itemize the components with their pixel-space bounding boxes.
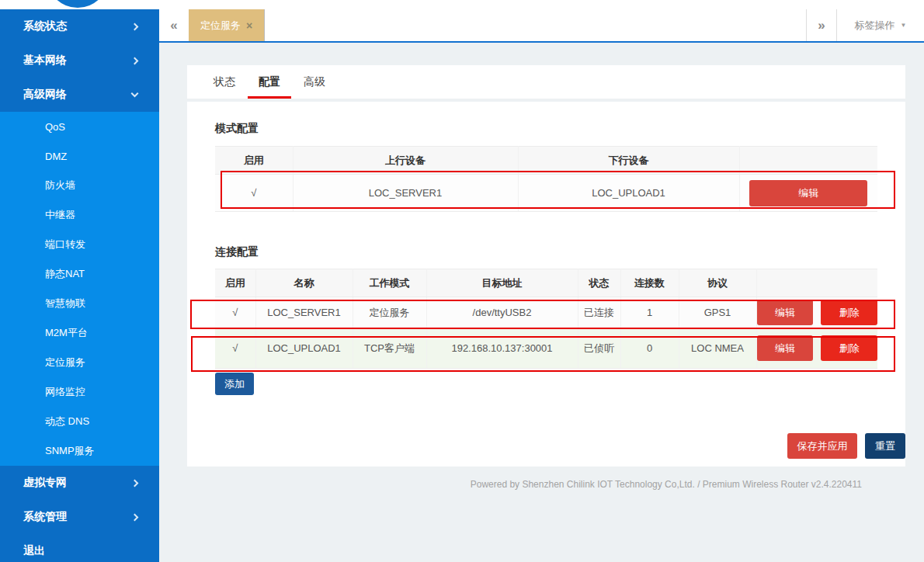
sidebar-item-location-service[interactable]: 定位服务 — [0, 348, 159, 377]
save-and-apply-button[interactable]: 保存并应用 — [787, 433, 857, 459]
sidebar-item-label: 系统管理 — [23, 510, 67, 524]
tab-status[interactable]: 状态 — [207, 65, 241, 99]
page: { "sidebar": { "items": [ { "label": "系统… — [0, 0, 924, 562]
chevron-down-icon: ▼ — [901, 22, 907, 29]
chevron-right-icon — [131, 513, 139, 521]
sidebar-item-advanced-network[interactable]: 高级网络 — [0, 78, 159, 112]
cell-downstream-device: LOC_UPLOAD1 — [518, 175, 739, 212]
sidebar-item-firewall[interactable]: 防火墙 — [0, 171, 159, 200]
cell-name: LOC_UPLOAD1 — [255, 328, 353, 369]
cell-enabled-check: √ — [215, 328, 255, 369]
mode-config-title: 模式配置 — [215, 120, 877, 136]
sidebar-item-label: 高级网络 — [23, 88, 67, 102]
table-row: √ LOC_UPLOAD1 TCP客户端 192.168.10.137:3000… — [215, 328, 877, 369]
top-strip — [0, 0, 924, 9]
sidebar-item-label: 系统状态 — [23, 19, 67, 33]
sidebar-item-label: 退出 — [23, 544, 45, 558]
scroll-tabs-left-button[interactable]: « — [159, 9, 189, 41]
cell-target-address: 192.168.10.137:30001 — [426, 328, 578, 369]
page-tabs: 状态 配置 高级 — [187, 65, 905, 99]
tab-advanced[interactable]: 高级 — [297, 65, 332, 99]
delete-connection-button[interactable]: 删除 — [821, 335, 877, 361]
header-name: 名称 — [255, 269, 353, 297]
sidebar-item-m2m-platform[interactable]: M2M平台 — [0, 318, 159, 348]
sidebar-item-vpn[interactable]: 虚拟专网 — [0, 466, 159, 500]
header-protocol: 协议 — [679, 269, 756, 297]
delete-connection-button[interactable]: 删除 — [821, 300, 877, 325]
reset-button[interactable]: 重置 — [865, 433, 905, 459]
chevron-right-icon — [131, 57, 139, 64]
close-tab-icon[interactable]: × — [246, 19, 252, 32]
cell-protocol: GPS1 — [679, 297, 756, 328]
tab-operations-label: 标签操作 — [855, 19, 895, 33]
header-enable: 启用 — [215, 269, 255, 297]
header-actions — [756, 269, 877, 297]
cell-status: 已侦听 — [578, 328, 620, 369]
double-left-arrow-icon: « — [170, 18, 177, 33]
mode-config-table: 启用 上行设备 下行设备 √ LOC_SERVER1 LOC_UPLOAD1 编… — [215, 146, 877, 212]
main-content: 状态 配置 高级 模式配置 启用 上行设备 下行设备 √ LOC_SERVER1… — [159, 43, 924, 562]
header-upstream-device: 上行设备 — [293, 147, 518, 175]
sidebar: 系统状态 基本网络 高级网络 QoS DMZ 防火墙 中继器 端口转发 静态NA… — [0, 9, 159, 562]
scroll-tabs-right-button[interactable]: » — [807, 9, 836, 41]
connection-config-table: 启用 名称 工作模式 目标地址 状态 连接数 协议 √ LOC_SERVER1 … — [215, 269, 877, 369]
cell-connection-count: 1 — [620, 297, 679, 328]
header-actions — [739, 147, 877, 175]
tab-location-service[interactable]: 定位服务 × — [189, 9, 265, 41]
cell-name: LOC_SERVER1 — [255, 297, 353, 328]
advanced-network-submenu: QoS DMZ 防火墙 中继器 端口转发 静态NAT 智慧物联 M2M平台 定位… — [0, 112, 159, 466]
header-enable: 启用 — [215, 147, 293, 175]
sidebar-item-basic-network[interactable]: 基本网络 — [0, 43, 159, 78]
header-downstream-device: 下行设备 — [518, 147, 739, 175]
header-connection-count: 连接数 — [620, 269, 679, 297]
edit-connection-button[interactable]: 编辑 — [757, 335, 814, 361]
cell-protocol: LOC NMEA — [679, 328, 756, 369]
cell-target-address: /dev/ttyUSB2 — [426, 297, 578, 328]
sidebar-item-logout[interactable]: 退出 — [0, 534, 159, 562]
sidebar-item-qos[interactable]: QoS — [0, 112, 159, 141]
cell-status: 已连接 — [578, 297, 620, 328]
table-header-row: 启用 上行设备 下行设备 — [215, 147, 877, 175]
tab-bar: « 定位服务 × » 标签操作 ▼ — [159, 8, 924, 43]
tab-label: 定位服务 — [200, 19, 241, 33]
sidebar-item-system-management[interactable]: 系统管理 — [0, 500, 159, 534]
chevron-right-icon — [131, 23, 139, 30]
cell-connection-count: 0 — [620, 328, 679, 369]
edit-connection-button[interactable]: 编辑 — [757, 300, 814, 325]
connection-config-title: 连接配置 — [215, 244, 877, 259]
sidebar-item-label: 基本网络 — [23, 54, 67, 68]
tab-operations-dropdown[interactable]: 标签操作 ▼ — [837, 9, 924, 41]
table-header-row: 启用 名称 工作模式 目标地址 状态 连接数 协议 — [215, 269, 877, 297]
footer-text: Powered by Shenzhen Chilink IOT Technolo… — [159, 479, 924, 490]
cell-work-mode: TCP客户端 — [353, 328, 426, 369]
cell-upstream-device: LOC_SERVER1 — [293, 175, 518, 212]
sidebar-item-repeater[interactable]: 中继器 — [0, 200, 159, 230]
sidebar-item-port-forwarding[interactable]: 端口转发 — [0, 230, 159, 259]
sidebar-item-system-status[interactable]: 系统状态 — [0, 9, 159, 43]
sidebar-item-dynamic-dns[interactable]: 动态 DNS — [0, 407, 159, 436]
sidebar-item-label: 虚拟专网 — [23, 476, 67, 490]
chevron-down-icon — [131, 90, 139, 98]
table-row: √ LOC_SERVER1 LOC_UPLOAD1 编辑 — [215, 175, 877, 212]
brand-logo — [47, 0, 109, 8]
sidebar-item-snmp-service[interactable]: SNMP服务 — [0, 436, 159, 466]
header-status: 状态 — [578, 269, 620, 297]
chevron-right-icon — [131, 479, 139, 487]
add-connection-button[interactable]: 添加 — [215, 373, 254, 395]
cell-enabled-check: √ — [215, 297, 255, 328]
sidebar-item-static-nat[interactable]: 静态NAT — [0, 259, 159, 289]
double-right-arrow-icon: » — [818, 18, 825, 33]
cell-enabled-check: √ — [215, 175, 293, 212]
table-row: √ LOC_SERVER1 定位服务 /dev/ttyUSB2 已连接 1 GP… — [215, 297, 877, 328]
sidebar-item-smart-iot[interactable]: 智慧物联 — [0, 289, 159, 318]
header-target-address: 目标地址 — [426, 269, 578, 297]
sidebar-item-dmz[interactable]: DMZ — [0, 141, 159, 171]
config-card: 模式配置 启用 上行设备 下行设备 √ LOC_SERVER1 LOC_UPLO… — [187, 102, 905, 467]
header-work-mode: 工作模式 — [353, 269, 426, 297]
cell-work-mode: 定位服务 — [353, 297, 426, 328]
edit-mode-button[interactable]: 编辑 — [749, 180, 867, 206]
sidebar-item-network-monitor[interactable]: 网络监控 — [0, 377, 159, 407]
tab-config[interactable]: 配置 — [252, 65, 287, 99]
action-bar: 保存并应用 重置 — [159, 433, 924, 459]
